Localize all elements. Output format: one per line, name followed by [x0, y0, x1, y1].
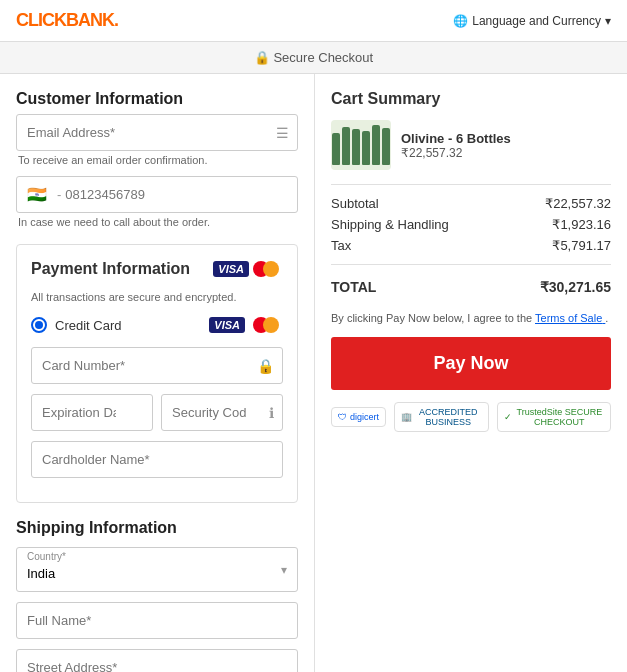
fullname-wrapper: [16, 602, 298, 639]
secure-bar-text: Secure Checkout: [273, 50, 373, 65]
shipping-section: Shipping Information Country* India Unit…: [16, 519, 298, 672]
security-code-input[interactable]: [162, 395, 282, 430]
email-input[interactable]: [17, 115, 297, 150]
bottle-2: [342, 127, 350, 165]
customer-title: Customer Information: [16, 90, 298, 108]
chevron-down-icon: ▾: [605, 14, 611, 28]
cardholder-wrapper: [31, 441, 283, 478]
trusted-icon: ✓: [504, 412, 512, 422]
flag-icon: 🇮🇳: [17, 177, 53, 212]
card-number-wrapper: 🔒: [31, 347, 283, 384]
fullname-input[interactable]: [17, 603, 297, 638]
visa-badge: VISA: [213, 261, 249, 277]
subtotal-row: Subtotal ₹22,557.32: [331, 193, 611, 214]
visa-icon-small: VISA: [209, 317, 245, 333]
bottle-image-group: [332, 125, 390, 165]
terms-text: By clicking Pay Now below, I agree to th…: [331, 310, 611, 327]
phone-hint: In case we need to call about the order.: [16, 216, 298, 228]
total-row: TOTAL ₹30,271.65: [331, 273, 611, 298]
bbb-icon: 🏢: [401, 412, 412, 422]
payment-subtitle: All transactions are secure and encrypte…: [31, 291, 283, 303]
street-wrapper: [16, 649, 298, 672]
terms-link[interactable]: Terms of Sale: [535, 312, 605, 324]
bottle-5: [372, 125, 380, 165]
email-hint: To receive an email order confirmation.: [16, 154, 298, 166]
terms-prefix: By clicking Pay Now below, I agree to th…: [331, 312, 535, 324]
lang-label: Language and Currency: [472, 14, 601, 28]
phone-input[interactable]: [65, 177, 297, 212]
payment-title: Payment Information: [31, 260, 190, 278]
cart-item-info: Olivine - 6 Bottles ₹22,557.32: [401, 131, 611, 160]
left-column: Customer Information ☰ To receive an ema…: [0, 74, 315, 672]
product-image: [331, 120, 391, 170]
clickbank-logo: CLICKBANK.: [16, 10, 118, 31]
cardholder-input[interactable]: [32, 442, 282, 477]
shipping-title: Shipping Information: [16, 519, 298, 537]
total-divider: [331, 264, 611, 265]
cart-title: Cart Summary: [331, 90, 611, 108]
expiry-security-row: ℹ: [31, 394, 283, 441]
bottle-1: [332, 133, 340, 165]
subtotal-value: ₹22,557.32: [545, 196, 611, 211]
radio-button[interactable]: [31, 317, 47, 333]
cart-item: Olivine - 6 Bottles ₹22,557.32: [331, 120, 611, 170]
card-number-input[interactable]: [32, 348, 282, 383]
product-price: ₹22,557.32: [401, 146, 611, 160]
email-field-group: ☰ To receive an email order confirmation…: [16, 114, 298, 166]
expiry-input[interactable]: [32, 395, 152, 430]
tax-label: Tax: [331, 238, 351, 253]
lock-card-icon: 🔒: [257, 358, 274, 374]
total-label: TOTAL: [331, 279, 376, 295]
lock-icon: 🔒: [254, 50, 270, 65]
email-input-wrapper: ☰: [16, 114, 298, 151]
shipping-value: ₹1,923.16: [552, 217, 611, 232]
trust-badges: 🛡 digicert 🏢 ACCREDITED BUSINESS ✓ Trust…: [331, 402, 611, 432]
phone-input-wrapper: 🇮🇳 -: [16, 176, 298, 213]
credit-card-label: Credit Card: [55, 318, 121, 333]
security-wrapper: ℹ: [161, 394, 283, 431]
bbb-badge: 🏢 ACCREDITED BUSINESS: [394, 402, 489, 432]
secure-checkout-bar: 🔒 Secure Checkout: [0, 42, 627, 74]
expiry-wrapper: [31, 394, 153, 431]
globe-icon: 🌐: [453, 14, 468, 28]
street-input[interactable]: [17, 650, 297, 672]
language-currency-button[interactable]: 🌐 Language and Currency ▾: [453, 14, 611, 28]
cart-divider: [331, 184, 611, 185]
mastercard-badge: [253, 259, 283, 279]
subtotal-label: Subtotal: [331, 196, 379, 211]
street-group: [16, 649, 298, 672]
country-select-wrapper: Country* India United States United King…: [16, 547, 298, 592]
security-group: ℹ: [161, 394, 283, 431]
terms-suffix: .: [605, 312, 608, 324]
pay-now-button[interactable]: Pay Now: [331, 337, 611, 390]
shipping-row: Shipping & Handling ₹1,923.16: [331, 214, 611, 235]
mc-icon-small: [253, 315, 283, 335]
info-icon[interactable]: ℹ: [269, 405, 274, 421]
header: CLICKBANK. 🌐 Language and Currency ▾: [0, 0, 627, 42]
menu-icon: ☰: [276, 125, 289, 141]
digicert-icon: 🛡: [338, 412, 347, 422]
main-layout: Customer Information ☰ To receive an ema…: [0, 74, 627, 672]
country-label: Country*: [27, 551, 66, 562]
shipping-label: Shipping & Handling: [331, 217, 449, 232]
tax-value: ₹5,791.17: [552, 238, 611, 253]
right-column: Cart Summary Olivine - 6 Bottles ₹22,557…: [315, 74, 627, 672]
country-group: Country* India United States United King…: [16, 547, 298, 592]
card-number-group: 🔒: [31, 347, 283, 384]
customer-section: Customer Information ☰ To receive an ema…: [16, 90, 298, 228]
expiry-group: [31, 394, 153, 431]
product-name: Olivine - 6 Bottles: [401, 131, 611, 146]
digicert-badge: 🛡 digicert: [331, 407, 386, 427]
trustedsite-badge: ✓ TrustedSite SECURE CHECKOUT: [497, 402, 611, 432]
total-value: ₹30,271.65: [540, 279, 611, 295]
cardholder-group: [31, 441, 283, 478]
radio-inner: [35, 321, 43, 329]
bottle-4: [362, 131, 370, 165]
tax-row: Tax ₹5,791.17: [331, 235, 611, 256]
phone-field-group: 🇮🇳 - In case we need to call about the o…: [16, 176, 298, 228]
bottle-3: [352, 129, 360, 165]
payment-header: Payment Information VISA: [31, 259, 283, 279]
payment-icons: VISA: [213, 259, 283, 279]
credit-card-option[interactable]: Credit Card VISA: [31, 315, 283, 335]
bottle-6: [382, 128, 390, 165]
